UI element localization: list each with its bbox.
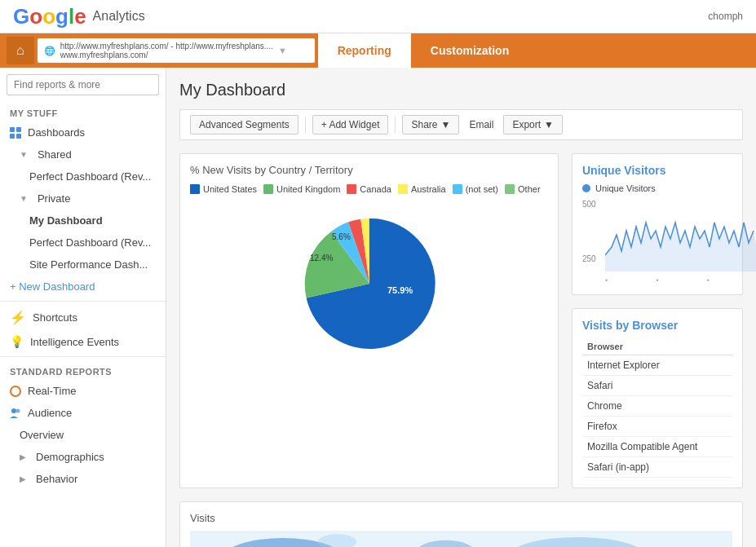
sidebar-item-audience[interactable]: Audience	[0, 402, 166, 424]
shared-label: Shared	[38, 148, 72, 161]
line-chart-svg	[605, 206, 756, 271]
svg-point-7	[415, 540, 477, 547]
sidebar-item-behavior[interactable]: ▶ Behavior	[0, 468, 166, 490]
url-bar[interactable]: 🌐 http://www.myfreshplans.com/ - http://…	[38, 38, 315, 63]
share-button[interactable]: Share ▼	[402, 115, 459, 135]
sidebar-item-dashboards[interactable]: Dashboards	[0, 121, 166, 143]
widgets-row: % New Visits by Country / Territory Unit…	[179, 153, 743, 488]
legend-dot-ca	[347, 184, 356, 194]
intelligence-icon: 💡	[10, 335, 24, 348]
behavior-label: Behavior	[36, 473, 77, 485]
legend-uk: United Kingdom	[263, 184, 340, 194]
export-button[interactable]: Export ▼	[503, 115, 563, 135]
sidebar-divider-1	[0, 301, 166, 302]
sidebar-item-overview[interactable]: Overview	[0, 424, 166, 446]
table-row: Safari	[582, 376, 732, 396]
audience-label: Audience	[28, 407, 72, 419]
behavior-arrow-icon: ▶	[20, 474, 26, 483]
dashboards-icon	[10, 127, 21, 139]
sidebar-item-intelligence-events[interactable]: 💡 Intelligence Events	[0, 330, 166, 353]
sidebar-item-my-dashboard[interactable]: My Dashboard	[0, 210, 166, 232]
side-widgets: Unique Visitors Unique Visitors 500 250	[572, 153, 743, 488]
main-layout: MY STUFF Dashboards ▼ Shared Perfect Das…	[0, 68, 756, 547]
audience-icon	[10, 408, 21, 419]
sidebar-item-realtime[interactable]: Real-Time	[0, 380, 166, 402]
sidebar-item-perfect-dashboard-private[interactable]: Perfect Dashboard (Rev...	[0, 232, 166, 254]
pie-chart-svg: 75.9% 12.4% 5.6%	[280, 210, 459, 357]
standard-reports-section: STANDARD REPORTS	[0, 360, 166, 380]
svg-point-9	[508, 537, 648, 547]
private-label: Private	[38, 192, 70, 205]
advanced-segments-button[interactable]: Advanced Segments	[190, 115, 298, 135]
unique-visitors-dot	[582, 184, 590, 192]
sidebar: MY STUFF Dashboards ▼ Shared Perfect Das…	[0, 68, 166, 547]
logo-g2: g	[55, 4, 69, 29]
svg-point-1	[16, 408, 20, 412]
sidebar-item-demographics[interactable]: ▶ Demographics	[0, 446, 166, 468]
new-dashboard-button[interactable]: + New Dashboard	[0, 276, 166, 298]
toolbar-sep-2	[395, 117, 396, 133]
browser-row-3: Chrome	[582, 396, 732, 417]
header: Google Analytics chomph	[0, 0, 756, 33]
unique-visitors-title: Unique Visitors	[582, 164, 732, 177]
logo-o2: o	[42, 4, 55, 29]
legend-dot-other	[505, 184, 515, 194]
dropdown-arrow-icon: ▼	[278, 46, 287, 55]
y-min: 250	[582, 254, 596, 263]
unique-visitors-legend: Unique Visitors	[582, 183, 732, 193]
legend-us: United States	[190, 184, 257, 194]
pie-legend: United States United Kingdom Canada Aust…	[190, 184, 548, 194]
browser-row-4: Firefox	[582, 417, 732, 437]
page-title: My Dashboard	[179, 81, 743, 99]
visits-by-browser-title: Visits by Browser	[582, 319, 732, 332]
url-sub: www.myfreshplans.com/	[60, 51, 273, 60]
browser-row-6: Safari (in-app)	[582, 457, 732, 478]
svg-text:75.9%: 75.9%	[387, 285, 413, 295]
x-label-1: •	[605, 276, 608, 285]
shortcuts-label: Shortcuts	[33, 311, 77, 324]
sidebar-item-shortcuts[interactable]: ⚡ Shortcuts	[0, 305, 166, 330]
collapse-private-icon: ▼	[20, 194, 28, 203]
sidebar-item-site-performance[interactable]: Site Performance Dash...	[0, 254, 166, 276]
browser-col-header: Browser	[582, 338, 732, 355]
tab-reporting[interactable]: Reporting	[318, 33, 411, 68]
sidebar-divider-2	[0, 356, 166, 357]
table-row: Internet Explorer	[582, 355, 732, 376]
legend-dot-uk	[263, 184, 273, 194]
legend-label-notset: (not set)	[466, 184, 498, 194]
toolbar: Advanced Segments + Add Widget Share ▼ E…	[179, 109, 743, 140]
username: chomph	[708, 11, 743, 22]
pie-chart-widget: % New Visits by Country / Territory Unit…	[179, 153, 559, 488]
demographics-label: Demographics	[36, 451, 104, 463]
map-container	[190, 531, 732, 547]
unique-visitors-chart: 500 250	[582, 200, 732, 273]
svg-text:5.6%: 5.6%	[332, 232, 351, 241]
browser-row-2: Safari	[582, 376, 732, 396]
legend-label-other: Other	[518, 184, 541, 194]
browser-row-1: Internet Explorer	[582, 355, 732, 376]
y-max: 500	[582, 200, 596, 209]
svg-point-0	[11, 408, 16, 413]
legend-label-us: United States	[203, 184, 257, 194]
dashboards-label: Dashboards	[28, 126, 85, 139]
legend-au: Australia	[398, 184, 446, 194]
realtime-icon	[10, 386, 21, 397]
tab-customization[interactable]: Customization	[411, 33, 528, 68]
logo: Google Analytics	[13, 4, 145, 29]
pie-chart-title: % New Visits by Country / Territory	[190, 164, 548, 176]
url-text: http://www.myfreshplans.com/ - http://ww…	[60, 42, 273, 51]
site-performance-label: Site Performance Dash...	[29, 258, 148, 271]
visits-map-title: Visits	[190, 512, 732, 524]
legend-label-ca: Canada	[360, 184, 391, 194]
search-input[interactable]	[7, 74, 159, 95]
email-link[interactable]: Email	[462, 116, 500, 134]
add-widget-button[interactable]: + Add Widget	[312, 115, 389, 135]
sidebar-item-perfect-dashboard-shared[interactable]: Perfect Dashboard (Rev...	[0, 165, 166, 187]
sidebar-item-private[interactable]: ▼ Private	[0, 187, 166, 210]
demographics-arrow-icon: ▶	[20, 452, 26, 461]
home-button[interactable]: ⌂	[7, 37, 34, 64]
svg-point-11	[318, 534, 357, 547]
sidebar-item-shared[interactable]: ▼ Shared	[0, 143, 166, 165]
x-axis: • • •	[582, 273, 732, 285]
browser-table: Browser Internet Explorer Safari Chr	[582, 338, 732, 478]
